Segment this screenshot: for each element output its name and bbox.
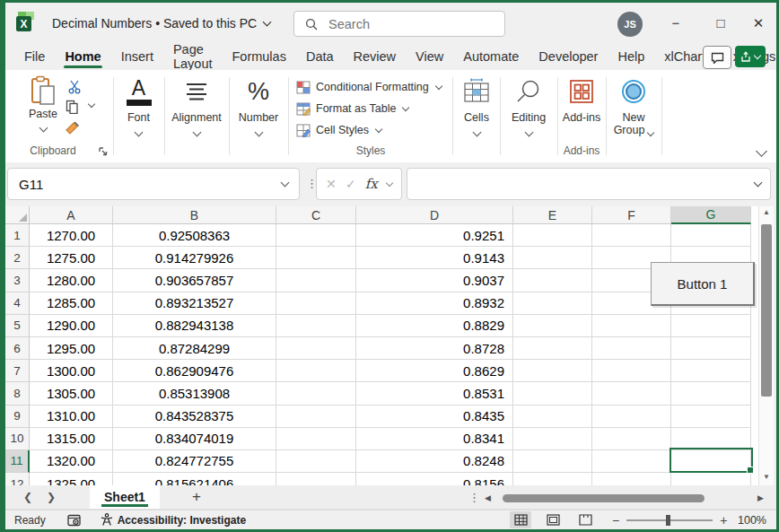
- zoom-level[interactable]: 100%: [738, 514, 766, 527]
- accessibility-status[interactable]: Accessibility: Investigate: [101, 513, 246, 527]
- cell-B8[interactable]: 0.85313908: [113, 382, 276, 405]
- cell-B9[interactable]: 0.843528375: [113, 406, 276, 428]
- cell-C6[interactable]: [276, 337, 356, 360]
- row-header-5[interactable]: 5: [5, 315, 30, 337]
- cell-B7[interactable]: 0.862909476: [113, 360, 276, 382]
- cell-E4[interactable]: [513, 292, 592, 315]
- maximize-button[interactable]: □: [700, 3, 741, 43]
- format-painter-button[interactable]: [65, 120, 80, 135]
- column-header-d[interactable]: D: [356, 206, 513, 224]
- font-menu-button[interactable]: A Font: [114, 75, 163, 135]
- cell-A10[interactable]: 1315.00: [30, 428, 113, 450]
- form-button-1[interactable]: Button 1: [651, 262, 755, 306]
- cell-B2[interactable]: 0.914279926: [113, 247, 276, 269]
- cell-C11[interactable]: [276, 450, 356, 473]
- search-input[interactable]: [327, 16, 465, 32]
- cell-E11[interactable]: [513, 450, 592, 473]
- cell-E6[interactable]: [513, 337, 592, 360]
- copy-button[interactable]: [65, 99, 80, 114]
- cell-C9[interactable]: [276, 406, 356, 428]
- cell-E3[interactable]: [513, 269, 592, 292]
- cell-D11[interactable]: 0.8248: [356, 450, 513, 473]
- cell-B5[interactable]: 0.882943138: [113, 315, 276, 337]
- row-header-6[interactable]: 6: [5, 337, 30, 360]
- cell-G12[interactable]: [671, 473, 751, 485]
- cell-A7[interactable]: 1300.00: [30, 360, 113, 382]
- tab-review[interactable]: Review: [344, 43, 407, 70]
- row-header-1[interactable]: 1: [5, 224, 30, 247]
- next-sheet-arrow-icon[interactable]: ❯: [39, 491, 63, 503]
- cell-D5[interactable]: 0.8829: [356, 315, 513, 337]
- cell-C3[interactable]: [276, 269, 356, 292]
- cell-E8[interactable]: [513, 382, 592, 405]
- tab-developer[interactable]: Developer: [529, 43, 608, 70]
- fill-handle[interactable]: [747, 467, 754, 474]
- tab-view[interactable]: View: [406, 43, 453, 70]
- formula-input[interactable]: [416, 176, 755, 192]
- sheetbar-drag-dots-icon[interactable]: ⋮: [468, 491, 480, 504]
- cell-G8[interactable]: [671, 382, 751, 405]
- scroll-right-arrow-icon[interactable]: ▶: [757, 493, 764, 502]
- cell-G9[interactable]: [671, 406, 751, 428]
- cell-C8[interactable]: [276, 382, 356, 405]
- cell-B4[interactable]: 0.893213527: [113, 292, 276, 315]
- cell-D9[interactable]: 0.8435: [356, 406, 513, 428]
- scroll-up-arrow-icon[interactable]: ▲: [759, 206, 774, 219]
- cell-A6[interactable]: 1295.00: [30, 337, 113, 360]
- row-header-7[interactable]: 7: [5, 360, 30, 382]
- close-button[interactable]: ✕: [738, 3, 779, 43]
- scroll-down-arrow-icon[interactable]: ▼: [759, 471, 774, 484]
- cell-D8[interactable]: 0.8531: [356, 382, 513, 405]
- cell-E5[interactable]: [513, 315, 592, 337]
- row-header-12[interactable]: 12: [5, 473, 30, 485]
- vertical-scrollbar-thumb[interactable]: [761, 224, 772, 397]
- macro-record-icon[interactable]: [67, 514, 81, 527]
- row-header-9[interactable]: 9: [5, 406, 30, 428]
- zoom-slider-handle[interactable]: [666, 515, 670, 526]
- editing-menu-button[interactable]: Editing: [501, 75, 556, 135]
- horizontal-scrollbar[interactable]: ◀ ▶: [485, 493, 764, 503]
- cell-A11[interactable]: 1320.00: [30, 450, 113, 473]
- tab-data[interactable]: Data: [296, 43, 344, 70]
- cell-C2[interactable]: [276, 247, 356, 269]
- cell-F9[interactable]: [592, 406, 671, 428]
- tab-help[interactable]: Help: [608, 43, 654, 70]
- cell-E10[interactable]: [513, 428, 592, 450]
- share-button[interactable]: [735, 46, 766, 67]
- cell-F11[interactable]: [592, 450, 671, 473]
- cell-B1[interactable]: 0.92508363: [113, 224, 276, 247]
- user-avatar[interactable]: JS: [617, 12, 643, 37]
- comments-button[interactable]: [703, 46, 731, 69]
- row-header-4[interactable]: 4: [5, 292, 30, 315]
- cell-D12[interactable]: 0.8156: [356, 473, 513, 485]
- tab-formulas[interactable]: Formulas: [222, 43, 295, 70]
- enter-icon[interactable]: ✓: [346, 177, 356, 191]
- cell-D10[interactable]: 0.8341: [356, 428, 513, 450]
- cell-A12[interactable]: 1325.00: [30, 473, 113, 485]
- cell-B10[interactable]: 0.834074019: [113, 428, 276, 450]
- cell-E2[interactable]: [513, 247, 592, 269]
- paste-button[interactable]: Paste: [22, 75, 65, 131]
- cell-C7[interactable]: [276, 360, 356, 382]
- number-menu-button[interactable]: % Number: [230, 75, 287, 135]
- page-break-preview-button[interactable]: [574, 511, 596, 528]
- copy-dropdown-chevron-icon[interactable]: [88, 100, 95, 108]
- collapse-ribbon-chevron-icon[interactable]: [756, 145, 767, 157]
- alignment-menu-button[interactable]: Alignment: [165, 75, 228, 135]
- document-title[interactable]: Decimal Numbers • Saved to this PC: [52, 3, 270, 43]
- cell-B11[interactable]: 0.824772755: [113, 450, 276, 473]
- cell-styles-button[interactable]: Cell Styles: [295, 119, 442, 141]
- cell-G1[interactable]: [671, 224, 751, 247]
- insert-function-icon[interactable]: fx: [365, 176, 378, 192]
- zoom-out-button[interactable]: −: [612, 513, 619, 528]
- cell-C1[interactable]: [276, 224, 356, 247]
- cell-F8[interactable]: [592, 382, 671, 405]
- cancel-icon[interactable]: ✕: [326, 177, 337, 191]
- cell-F6[interactable]: [592, 337, 671, 360]
- format-as-table-button[interactable]: Format as Table: [295, 98, 442, 119]
- cell-B6[interactable]: 0.87284299: [113, 337, 276, 360]
- cell-F5[interactable]: [592, 315, 671, 337]
- tab-automate[interactable]: Automate: [453, 43, 529, 70]
- column-header-a[interactable]: A: [30, 206, 113, 224]
- column-header-g[interactable]: G: [671, 206, 751, 224]
